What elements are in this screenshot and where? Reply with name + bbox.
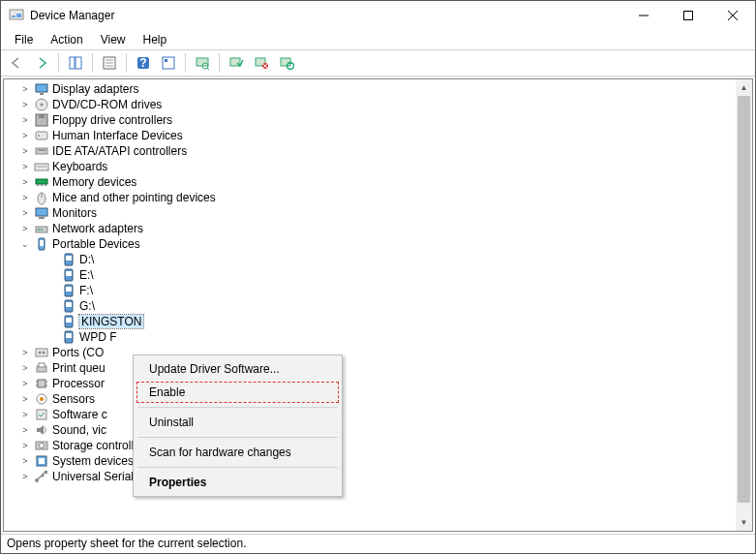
tree-item-label: Monitors xyxy=(52,206,97,220)
pdev-icon xyxy=(61,252,76,267)
expand-arrow-icon[interactable]: > xyxy=(19,114,31,126)
menu-help[interactable]: Help xyxy=(136,31,175,48)
tree-category[interactable]: >IDE ATA/ATAPI controllers xyxy=(4,143,752,159)
floppy-icon xyxy=(34,112,49,128)
tree-category[interactable]: >Memory devices xyxy=(4,174,752,190)
tree-category[interactable]: >Software c xyxy=(4,407,752,422)
svg-point-83 xyxy=(42,475,45,477)
expand-arrow-icon[interactable]: ⌄ xyxy=(19,238,31,250)
tree-item[interactable]: KINGSTON xyxy=(4,314,752,329)
svg-rect-69 xyxy=(38,380,45,387)
expand-arrow-icon[interactable]: > xyxy=(19,161,31,172)
tree-item[interactable]: E:\ xyxy=(4,267,752,283)
context-menu-item[interactable]: Enable xyxy=(136,381,340,404)
tree-item-label: Mice and other pointing devices xyxy=(52,191,216,204)
context-menu-item[interactable]: Update Driver Software... xyxy=(136,357,340,381)
expand-arrow-icon[interactable]: > xyxy=(19,424,31,436)
usb-icon xyxy=(34,469,49,484)
tree-category[interactable]: >Sound, vic xyxy=(4,422,752,438)
scroll-thumb[interactable] xyxy=(738,96,750,503)
expand-arrow-icon[interactable]: > xyxy=(19,347,31,358)
tree-category[interactable]: >Display adapters xyxy=(4,81,752,97)
expand-arrow-icon[interactable]: > xyxy=(19,145,31,157)
maximize-button[interactable] xyxy=(666,1,711,30)
vertical-scrollbar[interactable]: ▲ ▼ xyxy=(736,79,752,531)
svg-rect-53 xyxy=(66,256,72,261)
tree-category[interactable]: >Keyboards xyxy=(4,159,752,174)
expand-arrow-icon[interactable]: > xyxy=(19,440,31,451)
svg-rect-25 xyxy=(281,58,290,66)
tree-item-label: Memory devices xyxy=(52,175,136,189)
close-button[interactable] xyxy=(711,1,755,30)
hid-icon xyxy=(34,128,49,143)
expand-arrow-icon[interactable]: > xyxy=(19,130,31,141)
tree-category[interactable]: >DVD/CD-ROM drives xyxy=(4,97,752,112)
expand-arrow-icon[interactable]: > xyxy=(19,99,31,110)
device-tree[interactable]: >Display adapters>DVD/CD-ROM drives>Flop… xyxy=(4,79,752,486)
svg-text:?: ? xyxy=(139,56,146,70)
svg-rect-27 xyxy=(36,84,47,92)
menu-view[interactable]: View xyxy=(93,31,134,48)
tree-category[interactable]: >Storage controllers xyxy=(4,438,752,453)
tree-category[interactable]: >System devices xyxy=(4,453,752,469)
tree-item-label: Software c xyxy=(52,408,107,421)
enable-device-button[interactable] xyxy=(225,52,248,74)
mouse-icon xyxy=(34,190,49,205)
tree-item-label: D:\ xyxy=(79,253,94,266)
svg-rect-15 xyxy=(163,57,174,69)
tree-item-label: Display adapters xyxy=(52,82,138,96)
back-button[interactable] xyxy=(5,52,28,74)
tree-item[interactable]: G:\ xyxy=(4,298,752,314)
scan-hardware-button[interactable] xyxy=(191,52,214,74)
expand-arrow-icon[interactable]: > xyxy=(19,207,31,219)
expand-arrow-icon[interactable]: > xyxy=(19,378,31,389)
tree-item[interactable]: F:\ xyxy=(4,283,752,298)
expand-arrow-icon[interactable]: > xyxy=(19,471,31,482)
tree-category[interactable]: >Monitors xyxy=(4,205,752,221)
tree-category[interactable]: >Human Interface Devices xyxy=(4,128,752,143)
tree-category[interactable]: >Ports (CO xyxy=(4,345,752,360)
expand-arrow-icon[interactable]: > xyxy=(19,362,31,374)
tree-category[interactable]: >Network adapters xyxy=(4,221,752,236)
show-hide-tree-button[interactable] xyxy=(64,52,87,74)
menu-action[interactable]: Action xyxy=(43,31,90,48)
tree-item-label: Ports (CO xyxy=(52,346,104,359)
scroll-up-button[interactable]: ▲ xyxy=(736,79,752,96)
toolbar-separator xyxy=(185,53,186,73)
tree-item[interactable]: D:\ xyxy=(4,252,752,267)
properties2-button[interactable] xyxy=(157,52,180,74)
tree-category[interactable]: >Mice and other pointing devices xyxy=(4,190,752,205)
svg-rect-55 xyxy=(66,271,72,276)
expand-arrow-icon[interactable]: > xyxy=(19,409,31,420)
status-text: Opens property sheet for the current sel… xyxy=(7,537,246,550)
svg-rect-41 xyxy=(41,184,43,186)
expand-arrow-icon[interactable]: > xyxy=(19,393,31,405)
disable-device-button[interactable] xyxy=(250,52,273,74)
forward-button[interactable] xyxy=(30,52,53,74)
scroll-down-button[interactable]: ▼ xyxy=(736,514,752,531)
properties-button[interactable] xyxy=(98,52,121,74)
tree-category[interactable]: >Sensors xyxy=(4,391,752,407)
minimize-button[interactable] xyxy=(621,1,666,30)
context-menu-item[interactable]: Uninstall xyxy=(136,411,340,434)
tree-item-label: G:\ xyxy=(79,299,95,313)
svg-point-66 xyxy=(43,352,45,354)
tree-category[interactable]: >Print queu xyxy=(4,360,752,376)
tree-category[interactable]: >Universal Serial Bus controllers xyxy=(4,469,752,484)
tree-item[interactable]: WPD F xyxy=(4,329,752,345)
tree-category[interactable]: >Processor xyxy=(4,376,752,391)
svg-point-49 xyxy=(41,229,43,231)
update-driver-button[interactable] xyxy=(275,52,298,74)
help-button[interactable]: ? xyxy=(132,52,155,74)
expand-arrow-icon[interactable]: > xyxy=(19,192,31,203)
expand-arrow-icon[interactable]: > xyxy=(19,176,31,188)
tree-category[interactable]: ⌄Portable Devices xyxy=(4,236,752,252)
tree-category[interactable]: >Floppy drive controllers xyxy=(4,112,752,128)
context-menu-item[interactable]: Scan for hardware changes xyxy=(136,441,340,464)
expand-arrow-icon[interactable]: > xyxy=(19,83,31,95)
expand-arrow-icon[interactable]: > xyxy=(19,223,31,234)
menu-file[interactable]: File xyxy=(7,31,41,48)
expand-arrow-icon[interactable]: > xyxy=(19,455,31,467)
context-menu-item[interactable]: Properties xyxy=(136,471,340,494)
svg-rect-42 xyxy=(45,184,46,186)
